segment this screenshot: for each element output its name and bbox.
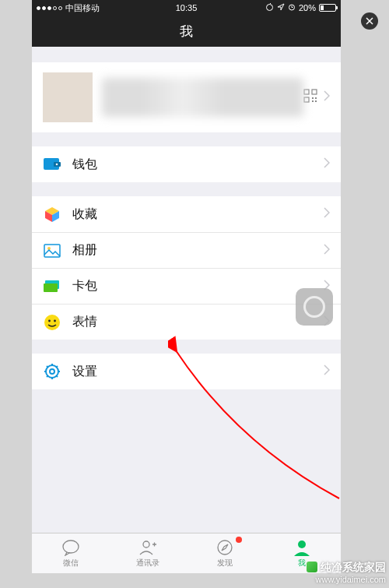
signal-dots-icon — [37, 6, 62, 10]
contacts-icon — [138, 539, 157, 556]
svg-point-22 — [143, 541, 149, 548]
menu-item-stickers[interactable]: 表情 — [32, 304, 341, 340]
tab-label: 微信 — [63, 558, 79, 569]
svg-point-21 — [63, 540, 79, 553]
watermark: 纯净系统家园 www.yidaimei.com — [307, 560, 386, 585]
compass-icon — [216, 539, 234, 556]
svg-rect-7 — [312, 100, 314, 102]
menu-item-wallet[interactable]: 钱包 — [32, 146, 341, 182]
watermark-url: www.yidaimei.com — [307, 574, 386, 585]
wallet-icon — [43, 155, 61, 174]
svg-point-20 — [50, 369, 54, 374]
assistive-touch-button[interactable] — [296, 288, 333, 326]
menu-item-settings[interactable]: 设置 — [32, 354, 341, 389]
svg-point-18 — [54, 319, 56, 322]
menu-label: 表情 — [72, 314, 324, 330]
group-wallet: 钱包 — [32, 146, 341, 182]
avatar — [43, 72, 93, 122]
status-bar: 中国移动 10:35 20% — [32, 0, 341, 16]
svg-rect-5 — [312, 97, 314, 99]
cards-icon — [43, 277, 61, 296]
chevron-right-icon — [324, 90, 330, 104]
lock-orientation-icon — [265, 3, 274, 13]
svg-rect-6 — [315, 97, 317, 99]
profile-info-redacted — [102, 78, 303, 117]
chat-icon — [61, 539, 80, 556]
profile-card[interactable] — [32, 62, 341, 132]
photo-icon — [43, 241, 61, 260]
qr-icon — [303, 89, 317, 106]
menu-label: 相册 — [72, 242, 324, 259]
menu-label: 收藏 — [72, 206, 324, 223]
battery-icon — [319, 4, 336, 12]
group-settings: 设置 — [32, 354, 341, 389]
svg-rect-12 — [44, 245, 60, 257]
menu-label: 钱包 — [72, 157, 324, 173]
tab-label: 发现 — [217, 558, 233, 569]
battery-pct-label: 20% — [299, 3, 316, 12]
location-icon — [277, 3, 285, 12]
group-collections: 收藏 相册 卡包 表情 — [32, 196, 341, 340]
emoji-icon — [43, 313, 61, 332]
svg-point-16 — [44, 315, 60, 330]
menu-item-cards[interactable]: 卡包 — [32, 268, 341, 304]
chevron-right-icon — [324, 207, 330, 221]
menu-label: 卡包 — [72, 278, 324, 294]
svg-point-0 — [266, 4, 272, 10]
phone-frame: 中国移动 10:35 20% 我 — [32, 0, 341, 573]
chevron-right-icon — [324, 244, 330, 258]
alarm-icon — [288, 3, 296, 12]
tab-contacts[interactable]: 通讯录 — [109, 533, 186, 573]
svg-rect-15 — [44, 283, 58, 292]
clock-label: 10:35 — [176, 3, 198, 12]
carrier-label: 中国移动 — [65, 2, 100, 14]
person-icon — [293, 539, 311, 556]
tab-chat[interactable]: 微信 — [32, 533, 109, 573]
cube-icon — [43, 205, 61, 224]
svg-rect-8 — [315, 100, 317, 102]
nav-bar: 我 — [32, 16, 341, 47]
close-button[interactable] — [361, 12, 378, 30]
chevron-right-icon — [324, 364, 330, 379]
svg-rect-3 — [312, 90, 317, 94]
svg-point-24 — [298, 540, 306, 548]
notification-badge — [236, 537, 242, 543]
tab-label: 我 — [298, 558, 306, 569]
svg-point-17 — [48, 319, 51, 322]
menu-label: 设置 — [72, 364, 324, 380]
tab-bar: 微信 通讯录 发现 我 — [32, 533, 341, 573]
tab-label: 通讯录 — [136, 558, 159, 569]
svg-point-23 — [218, 540, 232, 555]
tab-discover[interactable]: 发现 — [187, 533, 264, 573]
gear-icon — [43, 362, 61, 381]
svg-point-11 — [56, 164, 58, 166]
watermark-brand: 纯净系统家园 — [321, 560, 386, 574]
menu-item-album[interactable]: 相册 — [32, 232, 341, 268]
svg-rect-2 — [304, 90, 309, 94]
page-title: 我 — [180, 23, 193, 40]
chevron-right-icon — [324, 157, 330, 171]
menu-item-favorites[interactable]: 收藏 — [32, 196, 341, 232]
svg-rect-4 — [304, 97, 309, 102]
